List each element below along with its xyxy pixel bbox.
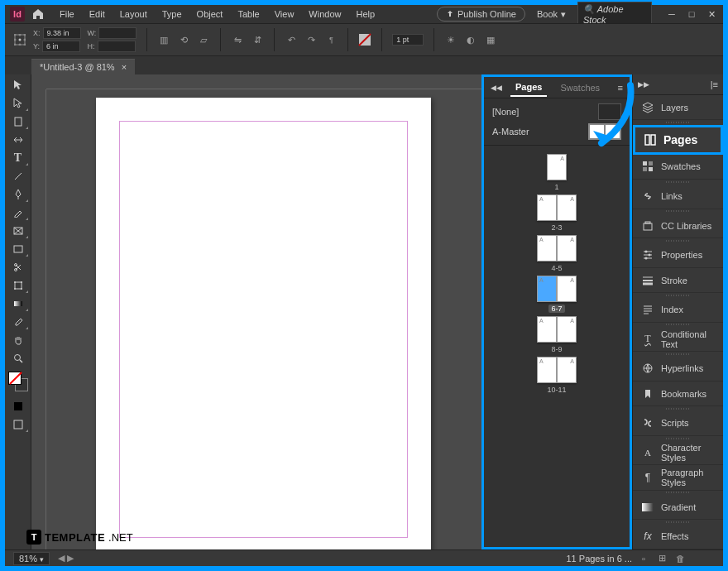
gap-tool[interactable] xyxy=(7,132,29,148)
h-input[interactable] xyxy=(98,41,136,52)
x-input[interactable] xyxy=(43,27,81,39)
hyperlinks-panel-button[interactable]: Hyperlinks xyxy=(633,357,723,381)
pasteboard[interactable] xyxy=(46,89,481,549)
canvas-area[interactable] xyxy=(31,74,481,549)
panel-strip-menu-icon[interactable]: |≡ xyxy=(706,79,723,89)
shear-icon[interactable]: ▱ xyxy=(197,33,210,46)
color-mode-tool[interactable] xyxy=(7,398,29,415)
w-input[interactable] xyxy=(98,27,136,39)
stroke-weight-input[interactable] xyxy=(392,34,424,46)
tab-close-icon[interactable]: × xyxy=(122,62,127,72)
zoom-level-selector[interactable]: 81% ▾ xyxy=(13,552,50,565)
x-label: X: xyxy=(33,29,41,37)
home-icon[interactable] xyxy=(31,7,45,21)
fill-stroke-swatch[interactable] xyxy=(8,372,28,391)
collapse-icon[interactable]: ◀◀ xyxy=(491,84,502,92)
layers-panel-button[interactable]: Layers xyxy=(633,95,723,120)
align-icon[interactable]: ▦ xyxy=(484,33,497,46)
swatches-panel-button[interactable]: Swatches xyxy=(633,155,723,180)
opacity-icon[interactable]: ◐ xyxy=(464,33,477,46)
paragraph-styles-button[interactable]: ¶Paragraph Styles xyxy=(633,465,723,490)
svg-rect-32 xyxy=(649,167,653,171)
status-icon-1[interactable]: ▫ xyxy=(637,553,650,564)
menu-help[interactable]: Help xyxy=(349,7,381,21)
free-transform-tool[interactable] xyxy=(7,277,29,294)
undo-icon[interactable]: ↶ xyxy=(285,33,298,46)
page-spread-thumb[interactable]: AA6-7 xyxy=(537,276,577,313)
pen-tool[interactable] xyxy=(7,186,29,203)
hand-tool[interactable] xyxy=(7,332,29,348)
maximize-button[interactable]: □ xyxy=(685,7,698,21)
vertical-ruler[interactable] xyxy=(31,89,46,549)
menu-layout[interactable]: Layout xyxy=(113,7,154,21)
fill-swatch-icon[interactable] xyxy=(358,33,371,46)
gradient-panel-button[interactable]: Gradient xyxy=(633,495,723,520)
flip-v-icon[interactable]: ⇵ xyxy=(251,33,264,46)
zoom-tool[interactable] xyxy=(7,350,29,367)
menu-type[interactable]: Type xyxy=(156,7,189,21)
paragraph-icon[interactable]: ¶ xyxy=(324,33,338,46)
index-panel-button[interactable]: Index xyxy=(633,297,723,322)
page-spread-thumb[interactable]: AA8-9 xyxy=(537,316,577,353)
page-tool[interactable] xyxy=(7,113,29,130)
gradient-tool[interactable] xyxy=(7,295,29,312)
reference-point-icon[interactable] xyxy=(13,33,26,46)
scissors-tool[interactable] xyxy=(7,259,29,276)
menu-object[interactable]: Object xyxy=(190,7,230,21)
cc-libraries-button[interactable]: CC Libraries xyxy=(633,214,723,238)
minimize-button[interactable]: ─ xyxy=(665,7,678,21)
workspace-selector[interactable]: Book ▾ xyxy=(532,7,571,22)
type-tool[interactable]: T xyxy=(7,150,29,166)
pencil-tool[interactable] xyxy=(7,204,29,221)
properties-panel-button[interactable]: Properties xyxy=(633,243,723,268)
page-spread-thumb[interactable]: AA4-5 xyxy=(537,235,577,272)
master-none-thumb[interactable] xyxy=(598,103,621,120)
bookmarks-panel-button[interactable]: Bookmarks xyxy=(633,381,723,406)
view-mode-tool[interactable] xyxy=(7,416,29,433)
expand-icon[interactable]: ▶▶ xyxy=(633,80,654,89)
effects-icon[interactable]: ☀ xyxy=(444,33,457,46)
master-a[interactable]: A-Master xyxy=(492,123,621,140)
menu-edit[interactable]: Edit xyxy=(83,7,112,21)
document-page[interactable] xyxy=(96,98,431,549)
new-page-icon[interactable]: ⊞ xyxy=(655,553,668,564)
links-panel-button[interactable]: Links xyxy=(633,184,723,209)
spread-label: 6-7 xyxy=(548,305,564,313)
horizontal-ruler[interactable] xyxy=(46,74,481,89)
rectangle-tool[interactable] xyxy=(7,241,29,257)
conditional-text-button[interactable]: TConditional Text xyxy=(633,327,723,352)
close-button[interactable]: ✕ xyxy=(705,7,718,21)
master-a-thumb[interactable] xyxy=(588,123,621,140)
page-spread-thumb[interactable]: AA2-3 xyxy=(537,194,577,232)
menu-table[interactable]: Table xyxy=(231,7,266,21)
svg-line-11 xyxy=(15,173,22,180)
flip-h-icon[interactable]: ⇋ xyxy=(231,33,244,46)
menu-file[interactable]: File xyxy=(53,7,81,21)
pages-tab[interactable]: Pages xyxy=(510,79,547,97)
scripts-panel-button[interactable]: Scripts xyxy=(633,411,723,436)
master-none[interactable]: [None] xyxy=(492,103,621,120)
page-spread-thumb[interactable]: A1 xyxy=(547,154,567,191)
pages-panel-button[interactable]: Pages xyxy=(633,125,723,155)
eyedropper-tool[interactable] xyxy=(7,314,29,330)
menu-window[interactable]: Window xyxy=(302,7,347,21)
rectangle-frame-tool[interactable] xyxy=(7,223,29,239)
swatches-tab[interactable]: Swatches xyxy=(555,79,605,96)
pages-list[interactable]: A1AA2-3AA4-5AA6-7AA8-9AA10-11 xyxy=(484,146,630,547)
publish-online-button[interactable]: Publish Online xyxy=(437,7,525,22)
redo-icon[interactable]: ↷ xyxy=(304,33,318,46)
line-tool[interactable] xyxy=(7,168,29,185)
direct-selection-tool[interactable] xyxy=(7,95,29,112)
page-spread-thumb[interactable]: AA10-11 xyxy=(537,357,577,394)
menu-view[interactable]: View xyxy=(268,7,301,21)
effects-panel-button[interactable]: fxEffects xyxy=(633,525,723,549)
selection-tool[interactable] xyxy=(7,77,29,94)
scale-icon[interactable]: ▥ xyxy=(157,33,170,46)
rotate-icon[interactable]: ⟲ xyxy=(177,33,190,46)
trash-icon[interactable]: 🗑 xyxy=(673,553,687,564)
document-tab[interactable]: *Untitled-3 @ 81% × xyxy=(31,59,135,74)
panel-menu-icon[interactable]: ≡ xyxy=(618,83,623,93)
character-styles-button[interactable]: ACharacter Styles xyxy=(633,440,723,465)
stroke-panel-button[interactable]: Stroke xyxy=(633,268,723,293)
y-input[interactable] xyxy=(42,41,80,52)
